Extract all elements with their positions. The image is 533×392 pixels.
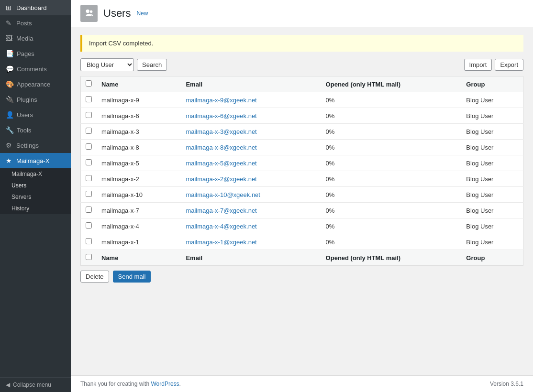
- sidebar-submenu-mailmaga-x[interactable]: Mailmaga-X: [0, 168, 71, 180]
- row-opened-1: 0%: [321, 108, 462, 124]
- row-checkbox-1[interactable]: [86, 112, 92, 118]
- group-column-footer: Group: [461, 250, 523, 266]
- row-email-link-8[interactable]: mailmaga-x-4@xgeek.net: [186, 223, 256, 230]
- sidebar-item-mailmaga-x[interactable]: ★ Mailmaga-X: [0, 153, 71, 168]
- sidebar-item-pages[interactable]: 📑 Pages: [0, 46, 71, 61]
- row-name-8: mailmaga-x-4: [97, 218, 181, 234]
- sidebar: ⊞ Dashboard ✎ Posts 🖼 Media 📑 Pages 💬 Co…: [0, 0, 71, 392]
- search-button[interactable]: Search: [137, 59, 167, 71]
- row-group-7: Blog User: [461, 203, 523, 218]
- row-name-5: mailmaga-x-2: [97, 171, 181, 187]
- new-link[interactable]: New: [136, 10, 148, 17]
- row-name-7: mailmaga-x-7: [97, 203, 181, 218]
- row-checkbox-cell: [81, 155, 97, 171]
- row-opened-6: 0%: [321, 187, 462, 203]
- comments-icon: 💬: [6, 65, 14, 73]
- opened-column-footer: Opened (only HTML mail): [321, 250, 462, 266]
- tools-icon: 🔧: [6, 126, 14, 134]
- sidebar-item-posts[interactable]: ✎ Posts: [0, 15, 71, 31]
- send-mail-button[interactable]: Send mail: [113, 271, 151, 283]
- toolbar-right: Import Export: [464, 59, 523, 71]
- row-checkbox-9[interactable]: [86, 238, 92, 244]
- table-row: mailmaga-x-3 mailmaga-x-3@xgeek.net 0% B…: [81, 124, 523, 140]
- row-group-1: Blog User: [461, 108, 523, 124]
- svg-point-0: [86, 10, 89, 13]
- settings-icon: ⚙: [6, 142, 13, 149]
- row-opened-5: 0%: [321, 171, 462, 187]
- sidebar-item-label: Settings: [16, 142, 39, 149]
- row-checkbox-4[interactable]: [86, 159, 92, 165]
- sidebar-item-users[interactable]: 👤 Users: [0, 107, 71, 122]
- sidebar-item-plugins[interactable]: 🔌 Plugins: [0, 92, 71, 107]
- row-opened-4: 0%: [321, 155, 462, 171]
- group-filter-select[interactable]: Blog User: [80, 58, 134, 71]
- sidebar-item-settings[interactable]: ⚙ Settings: [0, 138, 71, 153]
- row-checkbox-8[interactable]: [86, 222, 92, 229]
- row-name-3: mailmaga-x-8: [97, 140, 181, 155]
- export-button[interactable]: Export: [495, 59, 523, 71]
- main-content: Users New Import CSV completed. Blog Use…: [71, 0, 533, 392]
- collapse-arrow-icon: ◀: [6, 381, 10, 388]
- row-opened-2: 0%: [321, 124, 462, 140]
- appearance-icon: 🎨: [6, 80, 14, 88]
- row-checkbox-0[interactable]: [86, 96, 92, 102]
- select-all-checkbox[interactable]: [86, 80, 92, 87]
- table-row: mailmaga-x-6 mailmaga-x-6@xgeek.net 0% B…: [81, 108, 523, 124]
- plugins-icon: 🔌: [6, 96, 14, 103]
- row-email-link-7[interactable]: mailmaga-x-7@xgeek.net: [186, 207, 256, 214]
- sidebar-item-appearance[interactable]: 🎨 Appearance: [0, 76, 71, 92]
- row-checkbox-cell: [81, 203, 97, 218]
- row-name-6: mailmaga-x-10: [97, 187, 181, 203]
- sidebar-item-dashboard[interactable]: ⊞ Dashboard: [0, 0, 71, 15]
- wordpress-link[interactable]: WordPress: [151, 381, 179, 387]
- row-group-5: Blog User: [461, 171, 523, 187]
- row-checkbox-3[interactable]: [86, 143, 92, 150]
- import-button[interactable]: Import: [464, 59, 492, 71]
- row-email-link-2[interactable]: mailmaga-x-3@xgeek.net: [186, 128, 256, 135]
- row-email-link-4[interactable]: mailmaga-x-5@xgeek.net: [186, 160, 256, 167]
- row-checkbox-cell: [81, 140, 97, 155]
- email-column-header: Email: [181, 76, 321, 92]
- table-header-row: Name Email Opened (only HTML mail) Group: [81, 76, 523, 92]
- sidebar-submenu-users[interactable]: Users: [0, 180, 71, 191]
- sidebar-item-label: Tools: [17, 127, 31, 134]
- delete-button[interactable]: Delete: [80, 271, 109, 283]
- row-email-link-1[interactable]: mailmaga-x-6@xgeek.net: [186, 112, 256, 120]
- collapse-menu-button[interactable]: ◀ Collapse menu: [0, 377, 71, 392]
- select-all-footer-checkbox[interactable]: [86, 254, 92, 260]
- row-checkbox-5[interactable]: [86, 175, 92, 181]
- toolbar: Blog User Search Import Export: [80, 58, 523, 71]
- row-email-1: mailmaga-x-6@xgeek.net: [181, 108, 321, 124]
- row-email-link-9[interactable]: mailmaga-x-1@xgeek.net: [186, 239, 256, 246]
- row-checkbox-2[interactable]: [86, 128, 92, 134]
- row-opened-9: 0%: [321, 234, 462, 250]
- sidebar-submenu-servers[interactable]: Servers: [0, 191, 71, 203]
- sidebar-item-media[interactable]: 🖼 Media: [0, 31, 71, 46]
- row-checkbox-7[interactable]: [86, 207, 92, 213]
- row-checkbox-cell: [81, 108, 97, 124]
- table-row: mailmaga-x-10 mailmaga-x-10@xgeek.net 0%…: [81, 187, 523, 203]
- row-group-4: Blog User: [461, 155, 523, 171]
- sidebar-item-label: Comments: [17, 65, 47, 73]
- sidebar-item-comments[interactable]: 💬 Comments: [0, 61, 71, 76]
- row-checkbox-cell: [81, 187, 97, 203]
- row-checkbox-cell: [81, 234, 97, 250]
- bottom-bar: Delete Send mail: [80, 271, 523, 283]
- row-checkbox-cell: [81, 124, 97, 140]
- sidebar-item-label: Pages: [17, 50, 34, 57]
- row-email-0: mailmaga-x-9@xgeek.net: [181, 92, 321, 108]
- row-name-1: mailmaga-x-6: [97, 108, 181, 124]
- collapse-menu-label: Collapse menu: [13, 381, 51, 388]
- table-row: mailmaga-x-7 mailmaga-x-7@xgeek.net 0% B…: [81, 203, 523, 218]
- opened-column-header: Opened (only HTML mail): [321, 76, 462, 92]
- row-checkbox-6[interactable]: [86, 191, 92, 197]
- row-checkbox-cell: [81, 218, 97, 234]
- row-email-link-5[interactable]: mailmaga-x-2@xgeek.net: [186, 175, 256, 183]
- users-table: Name Email Opened (only HTML mail) Group…: [80, 76, 523, 266]
- row-email-link-0[interactable]: mailmaga-x-9@xgeek.net: [186, 97, 256, 104]
- row-group-9: Blog User: [461, 234, 523, 250]
- row-email-link-3[interactable]: mailmaga-x-8@xgeek.net: [186, 144, 256, 151]
- row-email-link-6[interactable]: mailmaga-x-10@xgeek.net: [186, 191, 260, 198]
- sidebar-item-tools[interactable]: 🔧 Tools: [0, 122, 71, 138]
- sidebar-submenu-history[interactable]: History: [0, 203, 71, 214]
